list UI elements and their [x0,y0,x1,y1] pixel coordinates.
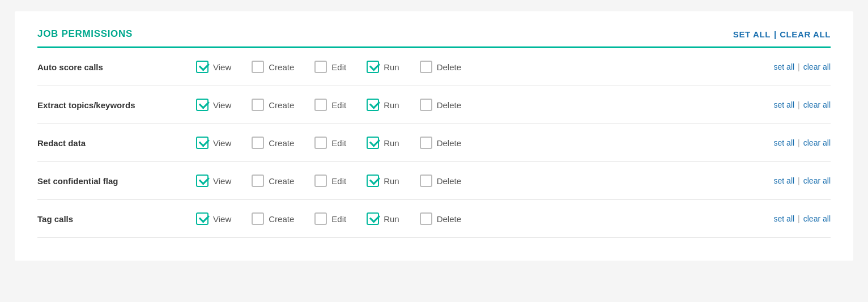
permission-item-view: View [196,61,231,73]
permission-item-edit: Edit [314,175,346,187]
checkbox-checked[interactable] [196,61,209,73]
permission-label: Delete [437,100,461,110]
row-actions: set all|clear all [774,138,831,147]
permission-item-view: View [196,212,231,225]
row-separator: | [798,176,800,185]
checkbox-unchecked[interactable] [420,99,432,111]
checkbox-unchecked[interactable] [252,175,264,187]
checkbox-checked[interactable] [196,99,209,111]
checkbox-unchecked[interactable] [252,137,264,149]
permission-item-create: Create [252,61,294,73]
checkbox-unchecked[interactable] [314,137,327,149]
row-clear-all-button[interactable]: clear all [803,176,831,185]
checkbox-checked[interactable] [196,175,209,187]
permission-label: Create [269,176,294,186]
permission-item-create: Create [252,99,294,111]
row-set-all-button[interactable]: set all [774,176,795,185]
permission-label: Run [384,214,399,224]
row-clear-all-button[interactable]: clear all [803,62,831,71]
checkbox-unchecked[interactable] [420,61,432,73]
permission-item-run: Run [367,61,399,73]
table-row: Auto score callsViewCreateEditRunDeletes… [37,48,831,86]
permission-name: Extract topics/keywords [37,100,196,110]
checkbox-checked[interactable] [367,99,379,111]
permission-label: Create [269,100,294,110]
checkbox-checked[interactable] [367,212,379,225]
permission-label: View [213,138,231,148]
checkbox-checked[interactable] [196,137,209,149]
permission-label: Create [269,214,294,224]
permission-item-delete: Delete [420,99,461,111]
permission-label: Create [269,62,294,72]
permission-item-create: Create [252,175,294,187]
table-row: Set confidential flagViewCreateEditRunDe… [37,162,831,200]
checkbox-checked[interactable] [196,212,209,225]
checkbox-checked[interactable] [367,137,379,149]
checkbox-unchecked[interactable] [252,212,264,225]
permission-label: Edit [331,62,346,72]
row-clear-all-button[interactable]: clear all [803,214,831,223]
checkbox-unchecked[interactable] [252,99,264,111]
permissions-group: ViewCreateEditRunDelete [196,137,774,149]
header-separator: | [774,29,776,39]
permissions-group: ViewCreateEditRunDelete [196,212,774,225]
row-set-all-button[interactable]: set all [774,100,795,109]
row-separator: | [798,62,800,71]
permission-label: Run [384,100,399,110]
checkbox-checked[interactable] [367,61,379,73]
permissions-group: ViewCreateEditRunDelete [196,61,774,73]
header-clear-all-button[interactable]: CLEAR ALL [780,29,831,39]
permission-label: View [213,62,231,72]
row-set-all-button[interactable]: set all [774,62,795,71]
permission-item-run: Run [367,175,399,187]
permission-item-create: Create [252,212,294,225]
panel-title: JOB PERMISSIONS [37,28,133,40]
checkbox-unchecked[interactable] [420,137,432,149]
row-actions: set all|clear all [774,214,831,223]
permission-item-delete: Delete [420,212,461,225]
checkbox-unchecked[interactable] [252,61,264,73]
row-clear-all-button[interactable]: clear all [803,138,831,147]
checkbox-unchecked[interactable] [314,61,327,73]
row-actions: set all|clear all [774,176,831,185]
checkbox-checked[interactable] [367,175,379,187]
permissions-group: ViewCreateEditRunDelete [196,99,774,111]
table-row: Extract topics/keywordsViewCreateEditRun… [37,86,831,124]
checkbox-unchecked[interactable] [314,99,327,111]
permission-label: Edit [331,176,346,186]
row-set-all-button[interactable]: set all [774,138,795,147]
row-separator: | [798,138,800,147]
permission-name: Set confidential flag [37,176,196,186]
permission-name: Redact data [37,138,196,148]
row-clear-all-button[interactable]: clear all [803,100,831,109]
permission-label: Delete [437,176,461,186]
permission-item-delete: Delete [420,175,461,187]
permission-label: Edit [331,138,346,148]
permission-label: View [213,100,231,110]
permission-item-create: Create [252,137,294,149]
permission-item-edit: Edit [314,99,346,111]
permission-label: Run [384,176,399,186]
permission-item-view: View [196,175,231,187]
job-permissions-panel: JOB PERMISSIONS SET ALL | CLEAR ALL Auto… [15,11,853,261]
checkbox-unchecked[interactable] [420,175,432,187]
permission-label: Edit [331,214,346,224]
permission-item-run: Run [367,212,399,225]
permission-item-edit: Edit [314,137,346,149]
checkbox-unchecked[interactable] [314,175,327,187]
permission-label: View [213,176,231,186]
permission-label: Delete [437,138,461,148]
row-actions: set all|clear all [774,62,831,71]
permission-item-run: Run [367,99,399,111]
header-set-all-button[interactable]: SET ALL [733,29,771,39]
permission-label: Create [269,138,294,148]
permission-item-view: View [196,99,231,111]
permission-name: Auto score calls [37,62,196,72]
permission-item-view: View [196,137,231,149]
permission-label: Run [384,62,399,72]
row-separator: | [798,100,800,109]
checkbox-unchecked[interactable] [314,212,327,225]
row-separator: | [798,214,800,223]
row-set-all-button[interactable]: set all [774,214,795,223]
checkbox-unchecked[interactable] [420,212,432,225]
